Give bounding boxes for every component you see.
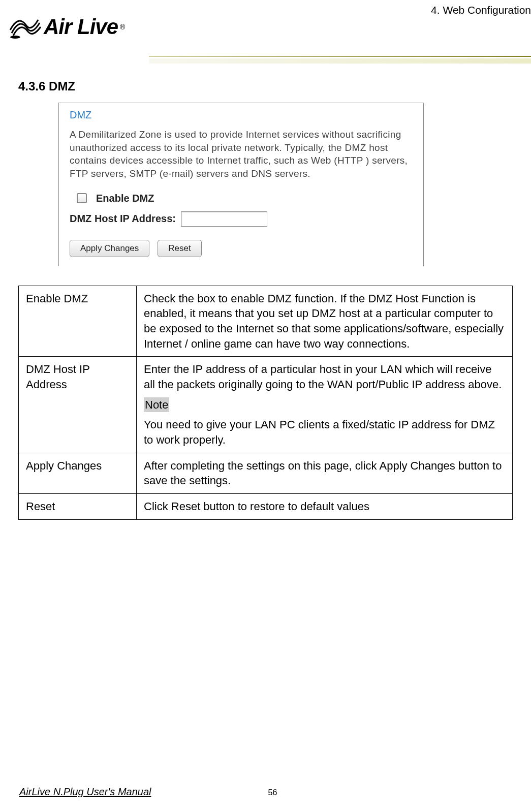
dmz-host-ip-label: DMZ Host IP Address: [70, 213, 176, 225]
row-label: DMZ Host IP Address [19, 357, 137, 453]
row-label: Enable DMZ [19, 286, 137, 357]
table-row: Reset Click Reset button to restore to d… [19, 494, 513, 520]
logo-text: Air Live [44, 15, 118, 39]
table-row: Enable DMZ Check the box to enable DMZ f… [19, 286, 513, 357]
page-content: 4.3.6 DMZ DMZ A Demilitarized Zone is us… [0, 66, 531, 520]
config-screenshot: DMZ A Demilitarized Zone is used to prov… [58, 103, 424, 266]
breadcrumb: 4. Web Configuration [431, 4, 531, 16]
description-table: Enable DMZ Check the box to enable DMZ f… [18, 286, 513, 520]
desc-part1: Enter the IP address of a particular hos… [144, 362, 505, 392]
enable-dmz-checkbox[interactable] [77, 193, 87, 203]
row-desc: Click Reset button to restore to default… [137, 494, 513, 520]
panel-title: DMZ [70, 107, 412, 121]
apply-changes-button[interactable]: Apply Changes [70, 240, 149, 257]
panel-description: A Demilitarized Zone is used to provide … [70, 128, 412, 180]
table-row: DMZ Host IP Address Enter the IP address… [19, 357, 513, 453]
table-row: Apply Changes After completing the setti… [19, 453, 513, 493]
dmz-host-ip-row: DMZ Host IP Address: [70, 211, 412, 227]
wave-icon [9, 13, 42, 41]
row-desc: Check the box to enable DMZ function. If… [137, 286, 513, 357]
brand-logo: Air Live ® [9, 13, 125, 41]
page-number: 56 [268, 788, 277, 797]
registered-mark: ® [120, 23, 125, 31]
row-desc: After completing the settings on this pa… [137, 453, 513, 493]
row-desc: Enter the IP address of a particular hos… [137, 357, 513, 453]
note-label: Note [144, 397, 169, 413]
button-row: Apply Changes Reset [70, 240, 412, 257]
section-heading: 4.3.6 DMZ [18, 79, 513, 93]
enable-dmz-row: Enable DMZ [77, 193, 412, 204]
enable-dmz-label: Enable DMZ [96, 193, 154, 204]
page-footer: AirLive N.Plug User's Manual 56 [19, 786, 512, 798]
dmz-host-ip-input[interactable] [181, 211, 267, 227]
desc-part2: You need to give your LAN PC clients a f… [144, 417, 505, 447]
reset-button[interactable]: Reset [158, 240, 201, 257]
page-header: 4. Web Configuration Air Live ® [0, 0, 531, 66]
manual-title: AirLive N.Plug User's Manual [19, 786, 151, 798]
row-label: Reset [19, 494, 137, 520]
row-label: Apply Changes [19, 453, 137, 493]
header-accent-band [149, 58, 531, 64]
header-divider [0, 56, 531, 57]
svg-point-0 [10, 36, 20, 39]
